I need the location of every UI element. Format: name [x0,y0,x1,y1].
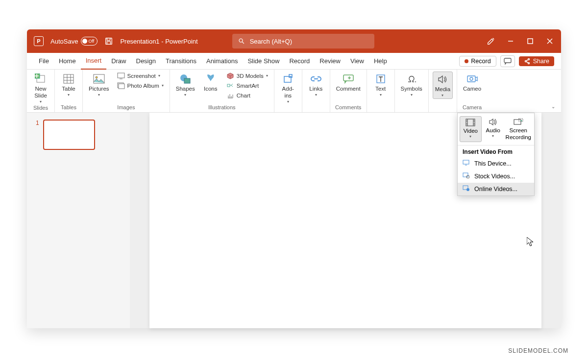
online-videos-item[interactable]: Online Videos... [458,183,534,195]
autosave-label: AutoSave [50,38,78,45]
tab-design[interactable]: Design [131,53,161,70]
addins-button[interactable]: Add- ins▾ [278,72,298,105]
tab-help[interactable]: Help [369,53,392,70]
comments-button[interactable] [500,55,515,67]
record-button[interactable]: Record [459,56,496,67]
stock-icon [463,172,470,180]
photo-album-icon [117,82,125,90]
picture-icon [92,73,106,85]
audio-icon [488,117,498,127]
svg-point-7 [528,62,529,64]
group-comments: Comment Comments [330,70,367,112]
addins-icon [281,73,295,85]
svg-point-24 [470,77,473,80]
group-media: Media▾ [429,70,457,112]
comment-button[interactable]: Comment [334,72,363,94]
media-dropdown: Video▾ Audio▾ Screen Recording Insert Vi… [457,113,535,196]
svg-rect-26 [514,120,521,124]
pen-icon[interactable] [487,37,495,46]
table-button[interactable]: Table▾ [59,72,78,98]
tab-view[interactable]: View [345,53,369,70]
slide-number: 1 [36,120,39,321]
tab-draw[interactable]: Draw [106,53,131,70]
smartart-button[interactable]: SmartArt [224,81,270,90]
tab-record[interactable]: Record [284,53,315,70]
text-icon [374,73,388,85]
link-icon [309,73,323,85]
svg-rect-4 [504,58,511,63]
media-button[interactable]: Media▾ [433,72,453,99]
tab-file[interactable]: File [34,53,54,70]
svg-rect-13 [118,73,124,78]
cube-icon [226,72,234,80]
screenshot-icon [117,72,125,80]
autosave-toggle[interactable]: AutoSave Off [50,37,98,46]
smartart-icon [226,82,234,90]
new-slide-button[interactable]: New Slide▾ [31,72,50,105]
svg-point-12 [96,76,98,78]
powerpoint-icon: P [34,36,44,46]
cameo-button[interactable]: Cameo [461,72,483,94]
toggle-state: Off [88,39,94,44]
ribbon-collapse-button[interactable]: ⌄ [551,104,555,109]
svg-point-5 [528,58,529,60]
svg-rect-15 [119,84,124,89]
slide-thumbnail-1[interactable] [43,120,95,150]
share-icon [524,58,531,65]
tab-slideshow[interactable]: Slide Show [243,53,284,70]
svg-rect-10 [64,74,74,83]
svg-point-32 [466,188,469,191]
links-button[interactable]: Links▾ [306,72,326,98]
search-placeholder: Search (Alt+Q) [250,38,292,45]
tab-transitions[interactable]: Transitions [161,53,201,70]
chart-button[interactable]: Chart [224,91,270,100]
group-illustrations: Shapes▾ Icons 3D Models ▾ SmartArt Chart… [170,70,274,112]
close-button[interactable] [545,37,554,46]
tab-home[interactable]: Home [54,53,81,70]
ribbon-tabs: File Home Insert Draw Design Transitions… [27,53,561,70]
stock-videos-item[interactable]: Stock Videos... [458,170,534,183]
title-right [487,37,554,46]
chart-icon [226,92,234,99]
tab-insert[interactable]: Insert [81,53,107,70]
svg-rect-18 [227,84,230,87]
svg-rect-1 [107,42,111,44]
group-camera: Cameo Camera [457,70,487,112]
symbols-button[interactable]: Symbols▾ [399,72,424,98]
device-icon [463,160,470,168]
share-button[interactable]: Share [519,56,554,66]
search-box[interactable]: Search (Alt+Q) [232,34,374,49]
watermark: SLIDEMODEL.COM [508,347,568,354]
minimize-button[interactable] [506,37,515,46]
tab-animations[interactable]: Animations [201,53,243,70]
new-slide-icon [34,73,48,85]
slide-thumbnails: 1 [27,113,130,328]
insert-video-header: Insert Video From [458,145,534,157]
group-addins: Add- ins▾ [274,70,302,112]
svg-rect-23 [467,76,475,82]
video-dropdown-button[interactable]: Video▾ [460,116,482,142]
screen-recording-button[interactable]: Screen Recording [505,116,532,142]
online-icon [463,185,470,193]
toggle-knob [82,39,87,44]
screenshot-button[interactable]: Screenshot ▾ [115,72,166,80]
table-icon [62,73,75,85]
audio-dropdown-button[interactable]: Audio▾ [483,116,504,142]
this-device-item[interactable]: This Device... [458,157,534,170]
group-links: Links▾ [302,70,330,112]
group-images: Pictures▾ Screenshot ▾ Photo Album ▾ Ima… [83,70,170,112]
pictures-button[interactable]: Pictures▾ [87,72,111,98]
photo-album-button[interactable]: Photo Album ▾ [115,81,166,90]
icons-button[interactable]: Icons [201,72,220,94]
tab-review[interactable]: Review [315,53,345,70]
3d-models-button[interactable]: 3D Models ▾ [224,72,270,80]
shapes-button[interactable]: Shapes▾ [174,72,197,98]
svg-rect-0 [106,38,112,45]
toggle-switch[interactable]: Off [81,37,98,46]
maximize-button[interactable] [526,37,535,46]
text-button[interactable]: Text▾ [371,72,391,98]
shapes-icon [178,73,192,85]
record-dot-icon [465,59,468,63]
group-text: Text▾ [367,70,395,112]
save-icon[interactable] [104,37,113,46]
